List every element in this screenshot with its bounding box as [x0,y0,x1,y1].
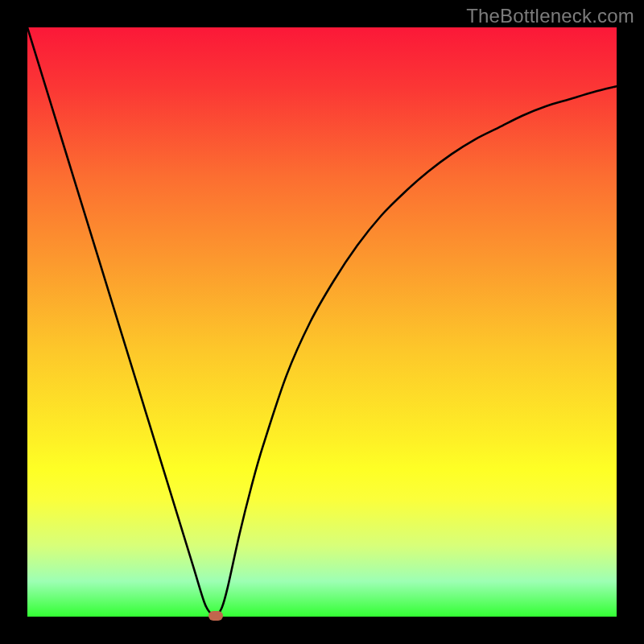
bottleneck-curve [27,27,617,616]
plot-area [27,27,617,617]
curve-svg [27,27,617,617]
minimum-marker [208,611,223,621]
watermark-text: TheBottleneck.com [466,5,634,27]
chart-frame: TheBottleneck.com [0,0,644,644]
